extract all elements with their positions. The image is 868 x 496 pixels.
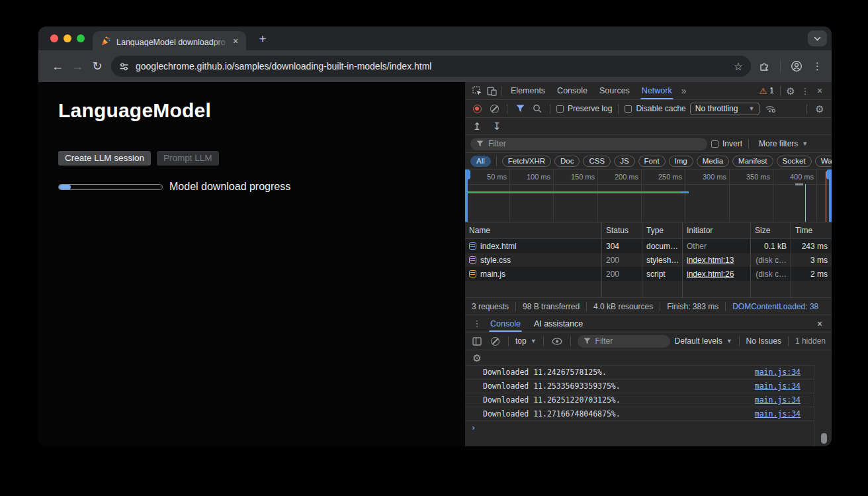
zoom-window-button[interactable] <box>77 34 85 42</box>
drawer-tab-ai-assistance[interactable]: AI assistance <box>527 315 589 332</box>
column-header-size[interactable]: Size <box>751 223 791 238</box>
back-icon[interactable]: ← <box>48 56 67 76</box>
network-filter-input[interactable] <box>488 139 701 148</box>
export-har-icon[interactable]: ↧ <box>490 120 503 133</box>
timeline-left-handle-grip[interactable] <box>465 170 470 179</box>
reload-icon[interactable]: ↻ <box>87 56 107 76</box>
forward-icon[interactable]: → <box>67 56 87 76</box>
disable-cache-checkbox[interactable] <box>625 105 632 113</box>
console-settings-gear-icon[interactable]: ⚙ <box>470 351 484 364</box>
table-row[interactable]: main.js 200 script index.html:26 (disk c… <box>465 267 832 281</box>
resource-type-chips: All Fetch/XHR Doc CSS JS Font Img Media … <box>465 153 832 170</box>
devtools-settings-gear-icon[interactable]: ⚙ <box>784 84 797 97</box>
search-icon[interactable] <box>531 102 544 115</box>
column-header-time[interactable]: Time <box>791 223 832 238</box>
prompt-llm-button[interactable]: Prompt LLM <box>157 151 219 166</box>
preserve-log-checkbox[interactable] <box>556 105 564 113</box>
chevron-down-icon: ▼ <box>726 338 732 344</box>
chrome-menu-kebab-icon[interactable]: ⋮ <box>812 60 822 72</box>
filter-funnel-small-icon <box>476 140 484 147</box>
invert-filter-checkbox[interactable] <box>711 140 718 148</box>
column-header-name[interactable]: Name <box>465 223 602 238</box>
more-filters-button[interactable]: More filters ▼ <box>755 139 812 148</box>
issues-warning-badge[interactable]: ⚠ 1 <box>757 86 777 96</box>
hidden-messages-count[interactable]: 1 hidden <box>795 336 826 346</box>
network-settings-gear-icon[interactable]: ⚙ <box>813 102 826 115</box>
log-levels-value: Default levels <box>675 336 722 346</box>
summary-dom-content-loaded: DOMContentLoaded: 38 <box>732 302 818 311</box>
devtools-menu-kebab-icon[interactable]: ⋮ <box>799 84 812 97</box>
tick-label: 50 ms <box>465 173 507 181</box>
bookmark-star-icon[interactable]: ☆ <box>734 60 743 73</box>
device-toolbar-icon[interactable] <box>485 84 498 97</box>
initiator-link[interactable]: index.html:26 <box>687 270 734 279</box>
chip-all[interactable]: All <box>470 156 491 167</box>
devtools-tab-bar: Elements Console Sources Network » ⚠ 1 ⚙… <box>465 82 832 100</box>
browser-tab[interactable]: LanguageModel downloadpro × <box>93 31 246 50</box>
source-location-link[interactable]: main.js:34 <box>755 409 801 419</box>
tab-console[interactable]: Console <box>552 82 593 99</box>
chip-manifest[interactable]: Manifest <box>732 156 773 167</box>
filter-funnel-small-icon <box>584 338 591 344</box>
profile-avatar-icon[interactable] <box>790 60 803 73</box>
devtools-close-icon[interactable]: × <box>813 84 826 97</box>
table-row[interactable]: index.html 304 docum… Other 0.1 kB 243 m… <box>465 239 832 253</box>
network-conditions-icon[interactable] <box>763 102 777 115</box>
chip-fetch-xhr[interactable]: Fetch/XHR <box>502 156 551 167</box>
column-header-status[interactable]: Status <box>602 223 642 238</box>
log-levels-select[interactable]: Default levels ▼ <box>675 336 732 346</box>
tab-search-chevron-icon[interactable] <box>808 30 827 46</box>
chip-wasm[interactable]: Wasm <box>815 156 832 167</box>
drawer-menu-kebab-icon[interactable]: ⋮ <box>470 317 484 330</box>
column-header-initiator[interactable]: Initiator <box>683 223 751 238</box>
source-location-link[interactable]: main.js:34 <box>755 381 801 391</box>
chip-doc[interactable]: Doc <box>554 156 580 167</box>
import-har-icon[interactable]: ↥ <box>470 120 484 133</box>
clear-console-icon[interactable] <box>488 334 501 348</box>
chip-font[interactable]: Font <box>638 156 666 167</box>
issues-status[interactable]: No Issues <box>746 336 781 346</box>
console-filter-input[interactable] <box>595 336 664 346</box>
site-settings-icon[interactable] <box>119 62 129 72</box>
scrollbar-thumb[interactable] <box>821 433 827 444</box>
live-expression-eye-icon[interactable] <box>550 334 564 348</box>
tab-network[interactable]: Network <box>636 82 677 99</box>
divider <box>543 336 544 346</box>
close-window-button[interactable] <box>50 34 58 42</box>
table-row[interactable]: style.css 200 stylesh… index.html:13 (di… <box>465 253 832 267</box>
chip-css[interactable]: CSS <box>583 156 611 167</box>
divider <box>570 336 571 346</box>
throttling-select[interactable]: No throttling ▼ <box>690 103 760 115</box>
chip-media[interactable]: Media <box>697 156 729 167</box>
initiator-link[interactable]: index.html:13 <box>687 256 734 265</box>
chip-img[interactable]: Img <box>669 156 693 167</box>
source-location-link[interactable]: main.js:34 <box>755 395 801 405</box>
url-bar[interactable]: ☆ <box>111 56 751 77</box>
clear-network-log-icon[interactable] <box>488 102 501 115</box>
source-location-link[interactable]: main.js:34 <box>755 368 801 377</box>
minimize-window-button[interactable] <box>64 34 71 42</box>
column-header-type[interactable]: Type <box>642 223 683 238</box>
chip-js[interactable]: JS <box>614 156 634 167</box>
console-sidebar-toggle-icon[interactable] <box>470 334 484 348</box>
tab-sources[interactable]: Sources <box>594 82 635 99</box>
record-network-log-icon[interactable] <box>470 102 484 115</box>
console-prompt[interactable]: › <box>465 421 814 434</box>
network-table-header: Name Status Type Initiator Size Time <box>465 223 832 239</box>
url-input[interactable] <box>136 61 728 72</box>
chip-socket[interactable]: Socket <box>777 156 812 167</box>
tab-elements[interactable]: Elements <box>505 82 550 99</box>
new-tab-button[interactable]: + <box>255 31 271 47</box>
tab-close-icon[interactable]: × <box>230 35 241 47</box>
create-llm-session-button[interactable]: Create LLM session <box>58 151 151 166</box>
timeline-right-handle-grip[interactable] <box>826 170 832 179</box>
javascript-context-select[interactable]: top ▼ <box>515 336 537 346</box>
filter-funnel-icon[interactable] <box>513 102 527 115</box>
more-tabs-icon[interactable]: » <box>679 85 689 96</box>
drawer-tab-console[interactable]: Console <box>484 315 527 332</box>
inspect-element-icon[interactable] <box>470 84 484 97</box>
warning-count: 1 <box>769 86 774 95</box>
request-status: 304 <box>602 239 642 253</box>
extensions-puzzle-icon[interactable] <box>758 60 771 73</box>
drawer-close-icon[interactable]: × <box>813 317 826 330</box>
